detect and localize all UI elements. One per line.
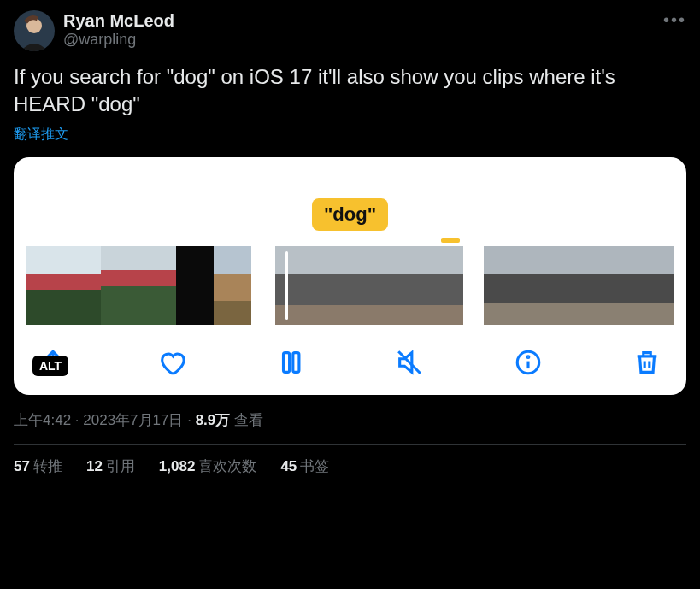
clip-frame xyxy=(484,246,521,325)
stat-count: 1,082 xyxy=(159,458,196,474)
svg-point-7 xyxy=(527,356,529,358)
info-icon[interactable] xyxy=(511,345,545,380)
clip-group[interactable] xyxy=(272,246,463,325)
heart-icon[interactable] xyxy=(155,345,189,380)
caption-area: "dog" xyxy=(26,169,674,238)
clip-frame xyxy=(388,246,426,325)
stat-quotes[interactable]: 12引用 xyxy=(86,456,135,476)
user-block[interactable]: Ryan McLeod @warpling xyxy=(63,10,174,50)
clip-frame xyxy=(138,246,176,325)
clip-frame xyxy=(597,246,634,325)
translate-link[interactable]: 翻译推文 xyxy=(14,126,68,144)
caption-chip: "dog" xyxy=(312,198,388,231)
stats-row: 57转推 12引用 1,082喜欢次数 45书签 xyxy=(14,445,686,476)
tweet-date[interactable]: 2023年7月17日 xyxy=(83,412,183,428)
clips-row[interactable] xyxy=(26,246,674,325)
tweet-time[interactable]: 上午4:42 xyxy=(14,412,71,428)
stat-count: 12 xyxy=(86,458,103,474)
playhead-marker xyxy=(441,238,460,243)
stat-label: 喜欢次数 xyxy=(198,458,256,474)
pause-icon[interactable] xyxy=(274,345,308,380)
clip-frame xyxy=(313,246,350,325)
display-name: Ryan McLeod xyxy=(63,10,174,31)
stat-retweets[interactable]: 57转推 xyxy=(14,456,62,476)
clip-frame xyxy=(426,246,463,325)
stat-label: 引用 xyxy=(106,458,135,474)
stat-label: 书签 xyxy=(300,458,329,474)
clip-group[interactable] xyxy=(26,246,251,325)
clip-frame xyxy=(672,246,674,325)
avatar[interactable] xyxy=(14,10,55,51)
alt-badge[interactable]: ALT xyxy=(32,356,68,376)
meta-row: 上午4:42 · 2023年7月17日 · 8.9万 查看 xyxy=(14,410,686,430)
svg-rect-3 xyxy=(293,352,299,372)
clip-frame xyxy=(275,246,313,325)
user-handle: @warpling xyxy=(63,31,174,50)
stat-label: 转推 xyxy=(33,458,62,474)
media-toolbar xyxy=(26,345,674,380)
media-card: "dog" xyxy=(14,157,686,395)
mute-icon[interactable] xyxy=(392,345,426,380)
clip-group[interactable] xyxy=(484,246,674,325)
more-icon[interactable]: ••• xyxy=(663,10,686,30)
stat-likes[interactable]: 1,082喜欢次数 xyxy=(159,456,257,476)
clip-frame xyxy=(63,246,101,325)
tweet-container: Ryan McLeod @warpling ••• If you search … xyxy=(0,0,700,486)
svg-rect-2 xyxy=(284,352,290,372)
clip-frame xyxy=(26,246,63,325)
views-label: 查看 xyxy=(234,412,263,428)
clip-frame xyxy=(521,246,559,325)
clip-frame xyxy=(176,246,214,325)
stat-count: 45 xyxy=(280,458,297,474)
clip-frame xyxy=(214,246,251,325)
clip-frame xyxy=(350,246,388,325)
tweet-text: If you search for "dog" on iOS 17 it'll … xyxy=(14,63,686,119)
tweet-header: Ryan McLeod @warpling ••• xyxy=(14,10,686,51)
clip-frame xyxy=(559,246,597,325)
clip-frame xyxy=(101,246,138,325)
clip-frame xyxy=(634,246,672,325)
stat-bookmarks[interactable]: 45书签 xyxy=(280,456,329,476)
trash-icon[interactable] xyxy=(630,345,664,380)
views-count: 8.9万 xyxy=(196,412,231,428)
stat-count: 57 xyxy=(14,458,30,474)
